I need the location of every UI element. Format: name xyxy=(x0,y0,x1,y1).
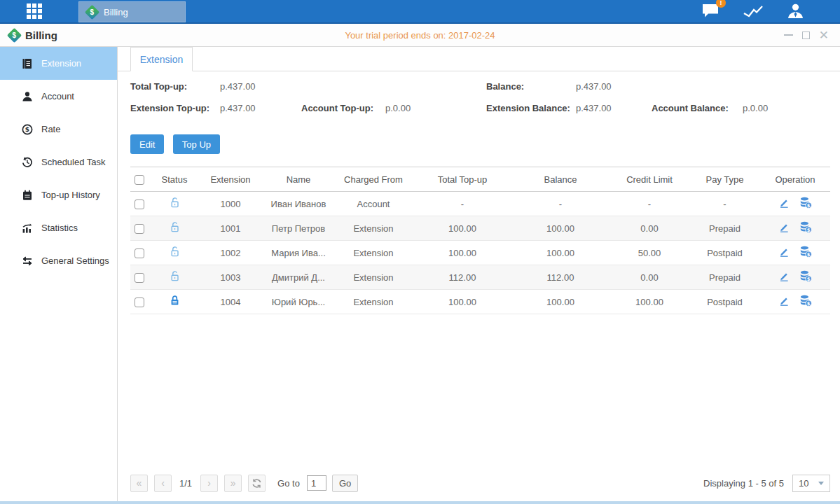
cell-charged-from: Account xyxy=(333,192,413,216)
window-title-group: $ Billing xyxy=(9,29,57,41)
window-title-bar: Your trial period ends on: 2017-02-24 $ … xyxy=(0,24,840,47)
cell-pay-type: Prepaid xyxy=(689,265,760,290)
topup-coins-icon[interactable]: $ xyxy=(799,221,812,235)
table-row: 1004Юрий Юрь...Extension100.00100.00100.… xyxy=(130,290,830,314)
row-checkbox[interactable] xyxy=(135,273,144,283)
last-page-button[interactable]: » xyxy=(224,475,242,492)
billing-dollar-diamond-icon: $ xyxy=(7,27,22,42)
cell-charged-from: Extension xyxy=(333,216,413,241)
main-content: Extension Total Top-up: p.437.00 Balance… xyxy=(118,47,840,501)
cell-balance: - xyxy=(511,192,610,216)
sidebar-item-general-settings[interactable]: General Settings xyxy=(0,244,117,277)
sidebar-item-extension[interactable]: Extension xyxy=(0,47,117,80)
cell-pay-type: Prepaid xyxy=(689,216,760,241)
statistics-chart-top-icon[interactable] xyxy=(743,3,764,20)
first-page-button[interactable]: « xyxy=(130,475,148,492)
table-row: 1002Мария Ива...Extension100.00100.0050.… xyxy=(130,241,830,265)
col-pay-type: Pay Type xyxy=(689,167,760,192)
lock-open-icon xyxy=(169,221,181,235)
bottom-accent-strip xyxy=(0,501,840,504)
row-checkbox[interactable] xyxy=(135,298,144,307)
col-balance: Balance xyxy=(511,167,610,192)
topup-coins-icon[interactable]: $ xyxy=(799,197,812,211)
lock-closed-icon xyxy=(169,295,181,309)
total-topup-value: p.437.00 xyxy=(220,81,256,92)
topup-coins-icon[interactable]: $ xyxy=(799,270,812,284)
cell-total-topup: 100.00 xyxy=(413,241,511,265)
next-page-button[interactable]: › xyxy=(200,475,218,492)
trial-notice: Your trial period ends on: 2017-02-24 xyxy=(0,30,840,41)
minimize-icon[interactable] xyxy=(784,34,793,36)
top-up-button[interactable]: Top Up xyxy=(173,134,220,154)
edit-pencil-icon[interactable] xyxy=(778,246,790,260)
sidebar-item-rate[interactable]: $Rate xyxy=(0,113,117,146)
col-charged-from: Charged From xyxy=(333,167,413,192)
col-credit-limit: Credit Limit xyxy=(610,167,689,192)
close-icon[interactable]: ✕ xyxy=(819,31,829,39)
edit-pencil-icon[interactable] xyxy=(778,271,790,284)
cell-charged-from: Extension xyxy=(333,265,413,290)
go-button[interactable]: Go xyxy=(332,475,358,492)
cell-balance: 100.00 xyxy=(511,216,610,241)
prev-page-button[interactable]: ‹ xyxy=(154,475,172,492)
sidebar-item-scheduled-task[interactable]: Scheduled Task xyxy=(0,146,117,178)
edit-pencil-icon[interactable] xyxy=(778,222,790,235)
cell-credit-limit: 0.00 xyxy=(610,216,689,241)
sidebar-item-account[interactable]: Account xyxy=(0,80,117,113)
row-checkbox[interactable] xyxy=(135,224,144,234)
table-row: 1003Дмитрий Д...Extension112.00112.000.0… xyxy=(130,265,830,290)
account-person-icon xyxy=(21,91,33,102)
svg-text:$: $ xyxy=(807,227,811,233)
extension-balance-value: p.437.00 xyxy=(576,103,612,113)
maximize-icon[interactable] xyxy=(802,31,810,39)
balance-label: Balance: xyxy=(486,81,524,92)
cell-name: Юрий Юрь... xyxy=(263,290,333,314)
cell-name: Петр Петров xyxy=(263,216,333,241)
messages-icon[interactable]: ! xyxy=(701,3,720,20)
cell-balance: 100.00 xyxy=(511,241,610,265)
app-launcher-grid-icon[interactable] xyxy=(27,4,42,19)
extension-topup-value: p.437.00 xyxy=(220,103,256,113)
sidebar-item-label: Top-up History xyxy=(41,190,100,200)
tab-extension[interactable]: Extension xyxy=(130,47,193,71)
page-indicator: 1/1 xyxy=(179,478,192,489)
displaying-text: Displaying 1 - 5 of 5 xyxy=(703,478,784,489)
page-size-select[interactable]: 10 xyxy=(792,475,830,492)
page-size-value: 10 xyxy=(799,478,808,489)
topup-coins-icon[interactable]: $ xyxy=(799,246,812,260)
extension-topup-label: Extension Top-up: xyxy=(130,103,209,113)
cell-pay-type: Postpaid xyxy=(689,241,760,265)
topup-coins-icon[interactable]: $ xyxy=(799,295,812,309)
cell-charged-from: Extension xyxy=(333,241,413,265)
svg-text:$: $ xyxy=(807,301,811,307)
user-account-icon[interactable] xyxy=(786,3,805,20)
goto-page-input[interactable] xyxy=(307,475,326,491)
col-name: Name xyxy=(263,167,333,192)
edit-pencil-icon[interactable] xyxy=(778,295,790,309)
cell-name: Дмитрий Д... xyxy=(263,265,333,290)
row-checkbox[interactable] xyxy=(135,200,144,209)
cell-extension: 1002 xyxy=(198,241,263,265)
app-bar-actions: ! xyxy=(701,3,805,20)
sidebar-item-statistics[interactable]: Statistics xyxy=(0,211,117,244)
pagination-bar: « ‹ 1/1 › » Go to Go Displaying 1 - 5 of… xyxy=(118,470,840,501)
sidebar: ExtensionAccount$RateScheduled TaskTop-u… xyxy=(0,47,118,501)
row-checkbox[interactable] xyxy=(135,248,144,258)
refresh-button[interactable] xyxy=(248,475,266,492)
app-tab-label: Billing xyxy=(104,7,128,18)
sidebar-item-top-up-history[interactable]: Top-up History xyxy=(0,178,117,211)
app-tab-billing[interactable]: $ Billing xyxy=(78,1,186,22)
general-settings-transfer-icon xyxy=(21,255,33,267)
cell-credit-limit: 100.00 xyxy=(610,290,689,314)
cell-credit-limit: - xyxy=(610,192,689,216)
cell-credit-limit: 0.00 xyxy=(610,265,689,290)
select-all-checkbox[interactable] xyxy=(135,175,144,185)
edit-button[interactable]: Edit xyxy=(130,134,164,154)
extension-balance-label: Extension Balance: xyxy=(486,103,570,113)
billing-app-window: $ Billing ! Your trial period ends on: 2… xyxy=(0,0,840,504)
cell-name: Мария Ива... xyxy=(263,241,333,265)
cell-extension: 1003 xyxy=(198,265,263,290)
svg-text:$: $ xyxy=(25,126,29,133)
cell-total-topup: 100.00 xyxy=(413,290,511,314)
edit-pencil-icon[interactable] xyxy=(778,197,790,211)
